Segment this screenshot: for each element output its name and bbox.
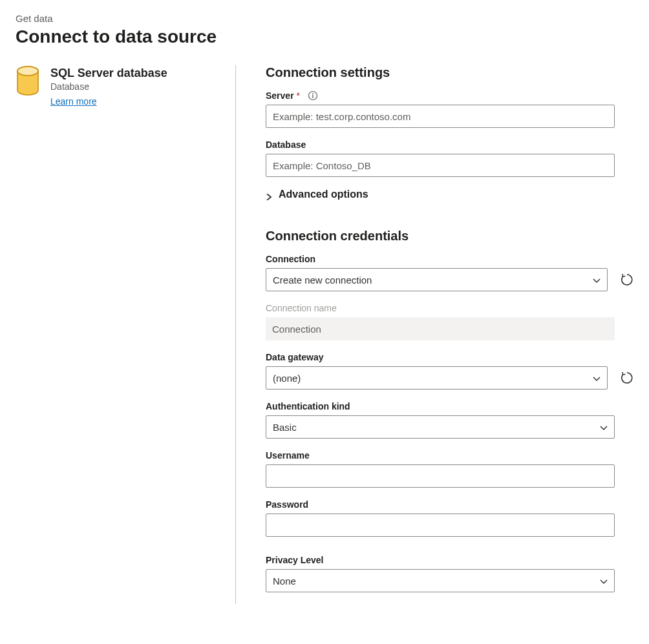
server-input[interactable] [266,105,615,128]
refresh-icon[interactable] [621,273,633,286]
connector-sidebar: SQL Server database Database Learn more [16,65,235,107]
svg-point-3 [312,93,314,94]
learn-more-link[interactable]: Learn more [50,96,97,107]
advanced-options-toggle[interactable]: Advanced options [266,189,633,200]
password-label: Password [266,499,308,510]
connection-name-input [266,317,615,340]
connector-title: SQL Server database [50,67,167,80]
required-mark: * [297,90,300,101]
auth-kind-label: Authentication kind [266,401,350,411]
page-title: Connect to data source [16,26,633,47]
connection-name-label: Connection name [266,303,337,313]
auth-kind-select-value: Basic [273,422,600,433]
refresh-icon[interactable] [621,371,633,384]
chevron-down-icon [593,276,601,284]
database-label: Database [266,140,306,150]
username-label: Username [266,450,310,461]
chevron-down-icon [600,577,608,585]
database-input[interactable] [266,154,615,177]
advanced-options-label: Advanced options [279,189,368,200]
connection-select[interactable]: Create new connection [266,268,608,291]
svg-point-1 [17,67,38,76]
data-gateway-select[interactable]: (none) [266,366,608,390]
svg-rect-4 [312,95,313,98]
database-icon [16,65,40,96]
server-label: Server [266,90,294,101]
privacy-level-select-value: None [273,576,600,587]
privacy-level-select[interactable]: None [266,569,615,592]
info-icon[interactable] [308,90,318,101]
chevron-down-icon [600,423,608,431]
chevron-right-icon [266,191,272,198]
connection-select-value: Create new connection [273,275,593,286]
privacy-level-label: Privacy Level [266,555,324,565]
chevron-down-icon [593,374,601,382]
auth-kind-select[interactable]: Basic [266,415,615,439]
connection-settings-heading: Connection settings [266,65,633,80]
connection-label: Connection [266,254,315,264]
password-input[interactable] [266,514,615,537]
connection-credentials-heading: Connection credentials [266,229,633,244]
data-gateway-label: Data gateway [266,352,323,362]
data-gateway-select-value: (none) [273,373,593,384]
username-input[interactable] [266,464,615,488]
breadcrumb: Get data [16,13,633,24]
connector-subtitle: Database [50,81,167,92]
